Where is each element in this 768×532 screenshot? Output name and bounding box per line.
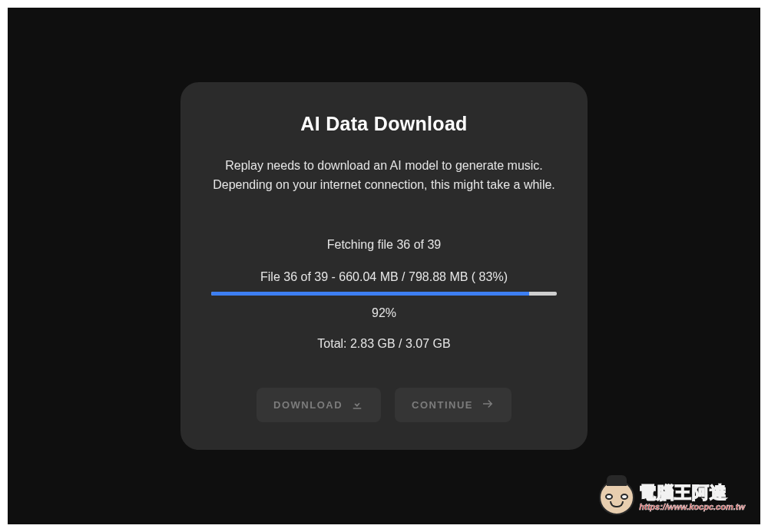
watermark-url: https://www.kocpc.com.tw (639, 503, 745, 511)
continue-button-label: CONTINUE (412, 399, 473, 411)
file-progress-text: File 36 of 39 - 660.04 MB / 798.88 MB ( … (260, 270, 508, 284)
watermark-text: 電腦王阿達 https://www.kocpc.com.tw (639, 484, 745, 511)
dialog-title: AI Data Download (300, 113, 467, 135)
arrow-right-icon (481, 397, 495, 413)
progress-bar (211, 292, 557, 296)
total-progress-text: Total: 2.83 GB / 3.07 GB (317, 337, 450, 351)
download-dialog: AI Data Download Replay needs to downloa… (180, 82, 588, 450)
download-button[interactable]: DOWNLOAD (257, 388, 381, 422)
progress-section: Fetching file 36 of 39 File 36 of 39 - 6… (211, 238, 557, 351)
continue-button[interactable]: CONTINUE (395, 388, 511, 422)
watermark: 電腦王阿達 https://www.kocpc.com.tw (599, 480, 745, 515)
watermark-title: 電腦王阿達 (639, 484, 745, 501)
download-icon (350, 397, 364, 413)
button-row: DOWNLOAD CONTINUE (257, 388, 511, 422)
dialog-description: Replay needs to download an AI model to … (211, 157, 557, 195)
overall-percent: 92% (372, 306, 396, 320)
download-button-label: DOWNLOAD (273, 399, 343, 411)
progress-bar-fill (211, 292, 529, 296)
fetching-status: Fetching file 36 of 39 (327, 238, 442, 252)
app-window: AI Data Download Replay needs to downloa… (8, 8, 760, 524)
watermark-mascot-icon (599, 480, 634, 515)
